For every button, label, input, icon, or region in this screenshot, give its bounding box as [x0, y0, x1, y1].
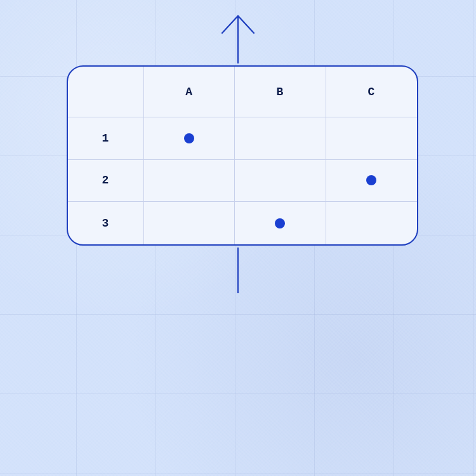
column-header-b: B	[235, 67, 326, 117]
cell-2-b	[235, 160, 326, 202]
dot-icon	[275, 218, 285, 228]
cell-1-c	[326, 117, 417, 160]
header-empty	[68, 67, 144, 117]
line-down-icon	[237, 248, 239, 293]
column-header-a: A	[144, 67, 235, 117]
cell-3-b	[235, 202, 326, 244]
cell-3-c	[326, 202, 417, 244]
dot-icon	[366, 175, 376, 185]
cell-3-a	[144, 202, 235, 244]
arrow-up-icon	[219, 13, 257, 63]
row-header-1: 1	[68, 117, 144, 160]
cell-2-a	[144, 160, 235, 202]
row-header-2: 2	[68, 160, 144, 202]
cell-2-c	[326, 160, 417, 202]
cell-1-b	[235, 117, 326, 160]
cell-1-a	[144, 117, 235, 160]
grid-card: A B C 1 2 3	[67, 65, 418, 246]
dot-icon	[184, 133, 194, 143]
row-header-3: 3	[68, 202, 144, 244]
grid-table: A B C 1 2 3	[68, 67, 417, 244]
column-header-c: C	[326, 67, 417, 117]
